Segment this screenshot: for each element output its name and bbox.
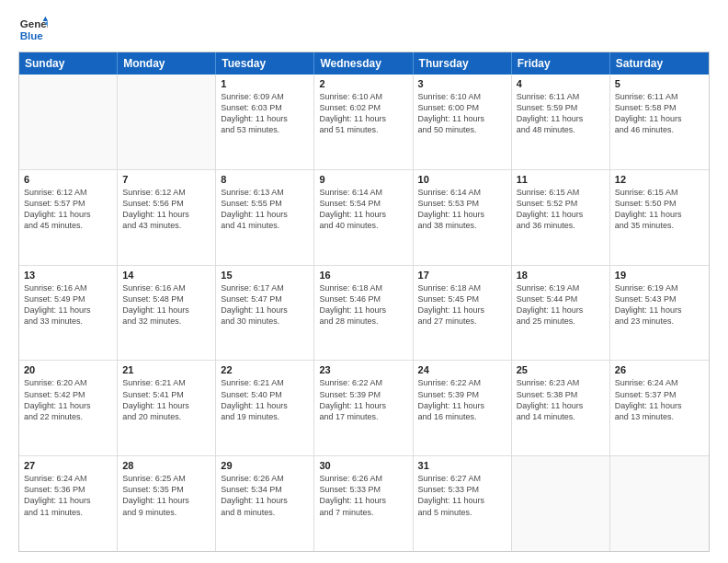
day-cell-9: 9Sunrise: 6:14 AM Sunset: 5:54 PM Daylig… bbox=[314, 170, 413, 265]
empty-cell-0-1 bbox=[118, 75, 216, 169]
calendar-body: 1Sunrise: 6:09 AM Sunset: 6:03 PM Daylig… bbox=[19, 75, 709, 551]
day-cell-13: 13Sunrise: 6:16 AM Sunset: 5:49 PM Dayli… bbox=[19, 266, 118, 361]
calendar-row-2: 13Sunrise: 6:16 AM Sunset: 5:49 PM Dayli… bbox=[19, 266, 709, 362]
day-number: 12 bbox=[615, 174, 704, 185]
day-cell-31: 31Sunrise: 6:27 AM Sunset: 5:33 PM Dayli… bbox=[414, 456, 512, 551]
day-cell-30: 30Sunrise: 6:26 AM Sunset: 5:33 PM Dayli… bbox=[314, 456, 413, 551]
day-info: Sunrise: 6:14 AM Sunset: 5:54 PM Dayligh… bbox=[319, 187, 407, 232]
day-info: Sunrise: 6:20 AM Sunset: 5:42 PM Dayligh… bbox=[24, 377, 112, 422]
day-info: Sunrise: 6:12 AM Sunset: 5:57 PM Dayligh… bbox=[24, 187, 112, 232]
day-number: 11 bbox=[517, 174, 605, 185]
day-number: 20 bbox=[24, 364, 112, 375]
empty-cell-0-0 bbox=[19, 75, 118, 169]
calendar-row-1: 6Sunrise: 6:12 AM Sunset: 5:57 PM Daylig… bbox=[19, 170, 709, 266]
calendar-row-3: 20Sunrise: 6:20 AM Sunset: 5:42 PM Dayli… bbox=[19, 361, 709, 456]
day-cell-21: 21Sunrise: 6:21 AM Sunset: 5:41 PM Dayli… bbox=[118, 361, 216, 455]
day-number: 29 bbox=[221, 460, 309, 471]
day-cell-5: 5Sunrise: 6:11 AM Sunset: 5:58 PM Daylig… bbox=[610, 75, 709, 169]
day-info: Sunrise: 6:11 AM Sunset: 5:59 PM Dayligh… bbox=[517, 91, 605, 136]
day-cell-28: 28Sunrise: 6:25 AM Sunset: 5:35 PM Dayli… bbox=[118, 456, 216, 551]
day-number: 9 bbox=[319, 174, 407, 185]
day-cell-22: 22Sunrise: 6:21 AM Sunset: 5:40 PM Dayli… bbox=[216, 361, 314, 455]
day-info: Sunrise: 6:19 AM Sunset: 5:43 PM Dayligh… bbox=[615, 282, 704, 327]
day-number: 18 bbox=[517, 270, 605, 281]
day-cell-10: 10Sunrise: 6:14 AM Sunset: 5:53 PM Dayli… bbox=[414, 170, 512, 265]
day-number: 21 bbox=[122, 364, 210, 375]
day-number: 16 bbox=[319, 270, 407, 281]
day-info: Sunrise: 6:21 AM Sunset: 5:41 PM Dayligh… bbox=[122, 377, 210, 422]
day-info: Sunrise: 6:15 AM Sunset: 5:50 PM Dayligh… bbox=[615, 187, 704, 232]
day-number: 15 bbox=[221, 270, 309, 281]
day-cell-3: 3Sunrise: 6:10 AM Sunset: 6:00 PM Daylig… bbox=[414, 75, 512, 169]
day-cell-16: 16Sunrise: 6:18 AM Sunset: 5:46 PM Dayli… bbox=[314, 266, 413, 361]
day-number: 26 bbox=[615, 364, 704, 375]
empty-cell-4-5 bbox=[512, 456, 610, 551]
day-cell-23: 23Sunrise: 6:22 AM Sunset: 5:39 PM Dayli… bbox=[314, 361, 413, 455]
day-info: Sunrise: 6:15 AM Sunset: 5:52 PM Dayligh… bbox=[517, 187, 605, 232]
calendar: SundayMondayTuesdayWednesdayThursdayFrid… bbox=[18, 52, 710, 552]
day-number: 2 bbox=[319, 78, 407, 89]
day-number: 23 bbox=[319, 364, 407, 375]
calendar-row-4: 27Sunrise: 6:24 AM Sunset: 5:36 PM Dayli… bbox=[19, 456, 709, 551]
day-cell-1: 1Sunrise: 6:09 AM Sunset: 6:03 PM Daylig… bbox=[216, 75, 314, 169]
day-info: Sunrise: 6:22 AM Sunset: 5:39 PM Dayligh… bbox=[418, 377, 506, 422]
calendar-row-0: 1Sunrise: 6:09 AM Sunset: 6:03 PM Daylig… bbox=[19, 75, 709, 170]
day-cell-18: 18Sunrise: 6:19 AM Sunset: 5:44 PM Dayli… bbox=[512, 266, 610, 361]
day-info: Sunrise: 6:22 AM Sunset: 5:39 PM Dayligh… bbox=[319, 377, 407, 422]
weekday-header-wednesday: Wednesday bbox=[314, 52, 413, 75]
day-cell-27: 27Sunrise: 6:24 AM Sunset: 5:36 PM Dayli… bbox=[19, 456, 118, 551]
day-info: Sunrise: 6:25 AM Sunset: 5:35 PM Dayligh… bbox=[122, 473, 210, 518]
svg-text:Blue: Blue bbox=[20, 30, 44, 41]
day-info: Sunrise: 6:16 AM Sunset: 5:49 PM Dayligh… bbox=[24, 282, 112, 327]
day-number: 8 bbox=[221, 174, 309, 185]
day-number: 1 bbox=[221, 78, 309, 89]
day-info: Sunrise: 6:18 AM Sunset: 5:46 PM Dayligh… bbox=[319, 282, 407, 327]
weekday-header-monday: Monday bbox=[118, 52, 216, 75]
day-number: 27 bbox=[24, 460, 112, 471]
day-info: Sunrise: 6:09 AM Sunset: 6:03 PM Dayligh… bbox=[221, 91, 309, 136]
day-info: Sunrise: 6:11 AM Sunset: 5:58 PM Dayligh… bbox=[615, 91, 704, 136]
weekday-header-thursday: Thursday bbox=[414, 52, 512, 75]
day-info: Sunrise: 6:18 AM Sunset: 5:45 PM Dayligh… bbox=[418, 282, 506, 327]
day-cell-15: 15Sunrise: 6:17 AM Sunset: 5:47 PM Dayli… bbox=[216, 266, 314, 361]
day-number: 17 bbox=[418, 270, 506, 281]
day-info: Sunrise: 6:16 AM Sunset: 5:48 PM Dayligh… bbox=[122, 282, 210, 327]
day-cell-25: 25Sunrise: 6:23 AM Sunset: 5:38 PM Dayli… bbox=[512, 361, 610, 455]
day-info: Sunrise: 6:10 AM Sunset: 6:02 PM Dayligh… bbox=[319, 91, 407, 136]
page-header: General Blue bbox=[18, 15, 710, 44]
day-info: Sunrise: 6:12 AM Sunset: 5:56 PM Dayligh… bbox=[122, 187, 210, 232]
day-info: Sunrise: 6:10 AM Sunset: 6:00 PM Dayligh… bbox=[418, 91, 506, 136]
day-cell-29: 29Sunrise: 6:26 AM Sunset: 5:34 PM Dayli… bbox=[216, 456, 314, 551]
day-cell-8: 8Sunrise: 6:13 AM Sunset: 5:55 PM Daylig… bbox=[216, 170, 314, 265]
day-info: Sunrise: 6:19 AM Sunset: 5:44 PM Dayligh… bbox=[517, 282, 605, 327]
calendar-header: SundayMondayTuesdayWednesdayThursdayFrid… bbox=[19, 52, 709, 75]
day-number: 25 bbox=[517, 364, 605, 375]
day-cell-4: 4Sunrise: 6:11 AM Sunset: 5:59 PM Daylig… bbox=[512, 75, 610, 169]
day-number: 4 bbox=[517, 78, 605, 89]
day-info: Sunrise: 6:27 AM Sunset: 5:33 PM Dayligh… bbox=[418, 473, 506, 518]
day-cell-20: 20Sunrise: 6:20 AM Sunset: 5:42 PM Dayli… bbox=[19, 361, 118, 455]
day-cell-17: 17Sunrise: 6:18 AM Sunset: 5:45 PM Dayli… bbox=[414, 266, 512, 361]
weekday-header-sunday: Sunday bbox=[19, 52, 118, 75]
day-number: 3 bbox=[418, 78, 506, 89]
day-number: 24 bbox=[418, 364, 506, 375]
empty-cell-4-6 bbox=[610, 456, 709, 551]
day-info: Sunrise: 6:14 AM Sunset: 5:53 PM Dayligh… bbox=[418, 187, 506, 232]
day-info: Sunrise: 6:17 AM Sunset: 5:47 PM Dayligh… bbox=[221, 282, 309, 327]
day-cell-6: 6Sunrise: 6:12 AM Sunset: 5:57 PM Daylig… bbox=[19, 170, 118, 265]
day-info: Sunrise: 6:26 AM Sunset: 5:33 PM Dayligh… bbox=[319, 473, 407, 518]
day-info: Sunrise: 6:23 AM Sunset: 5:38 PM Dayligh… bbox=[517, 377, 605, 422]
day-cell-2: 2Sunrise: 6:10 AM Sunset: 6:02 PM Daylig… bbox=[314, 75, 413, 169]
day-number: 10 bbox=[418, 174, 506, 185]
calendar-page: General Blue SundayMondayTuesdayWednesda… bbox=[0, 0, 728, 563]
day-cell-24: 24Sunrise: 6:22 AM Sunset: 5:39 PM Dayli… bbox=[414, 361, 512, 455]
day-info: Sunrise: 6:24 AM Sunset: 5:36 PM Dayligh… bbox=[24, 473, 112, 518]
day-number: 19 bbox=[615, 270, 704, 281]
day-number: 28 bbox=[122, 460, 210, 471]
weekday-header-friday: Friday bbox=[512, 52, 610, 75]
day-cell-26: 26Sunrise: 6:24 AM Sunset: 5:37 PM Dayli… bbox=[610, 361, 709, 455]
day-number: 6 bbox=[24, 174, 112, 185]
day-cell-19: 19Sunrise: 6:19 AM Sunset: 5:43 PM Dayli… bbox=[610, 266, 709, 361]
day-cell-14: 14Sunrise: 6:16 AM Sunset: 5:48 PM Dayli… bbox=[118, 266, 216, 361]
logo: General Blue bbox=[18, 15, 53, 44]
